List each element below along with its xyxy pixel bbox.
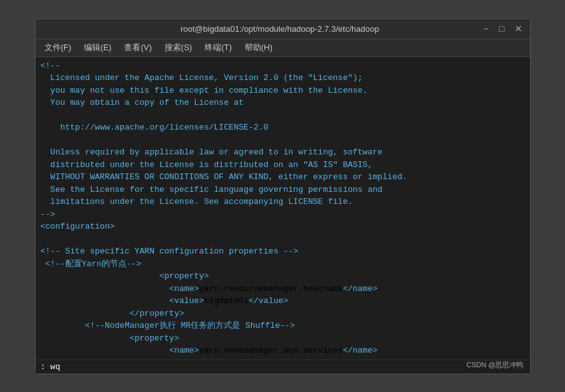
- terminal-window: root@bigdata01:/opt/module/hadoop-2.7.3/…: [35, 18, 531, 374]
- status-bar: : wq: [36, 360, 530, 374]
- menu-view[interactable]: 查看(V): [119, 41, 156, 55]
- terminal-scroll[interactable]: <!-- Licensed under the Apache License, …: [36, 57, 530, 360]
- menu-search[interactable]: 搜索(S): [160, 41, 197, 55]
- terminal-text: <!-- Licensed under the Apache License, …: [36, 60, 530, 360]
- menu-terminal[interactable]: 终端(T): [200, 41, 237, 55]
- title-bar: root@bigdata01:/opt/module/hadoop-2.7.3/…: [36, 19, 530, 39]
- close-button[interactable]: ✕: [512, 24, 525, 34]
- terminal-content: <!-- Licensed under the Apache License, …: [36, 57, 530, 374]
- maximize-button[interactable]: □: [496, 24, 507, 34]
- watermark: CSDN @思思冲鸭: [466, 360, 523, 370]
- status-text: : wq: [41, 362, 60, 372]
- menu-edit[interactable]: 编辑(E): [79, 41, 116, 55]
- window-title: root@bigdata01:/opt/module/hadoop-2.7.3/…: [79, 24, 481, 34]
- menu-help[interactable]: 帮助(H): [240, 41, 278, 55]
- minimize-button[interactable]: −: [481, 24, 491, 34]
- menu-file[interactable]: 文件(F): [39, 41, 77, 55]
- window-controls: − □ ✕: [481, 24, 525, 34]
- menu-bar: 文件(F) 编辑(E) 查看(V) 搜索(S) 终端(T) 帮助(H): [36, 39, 530, 57]
